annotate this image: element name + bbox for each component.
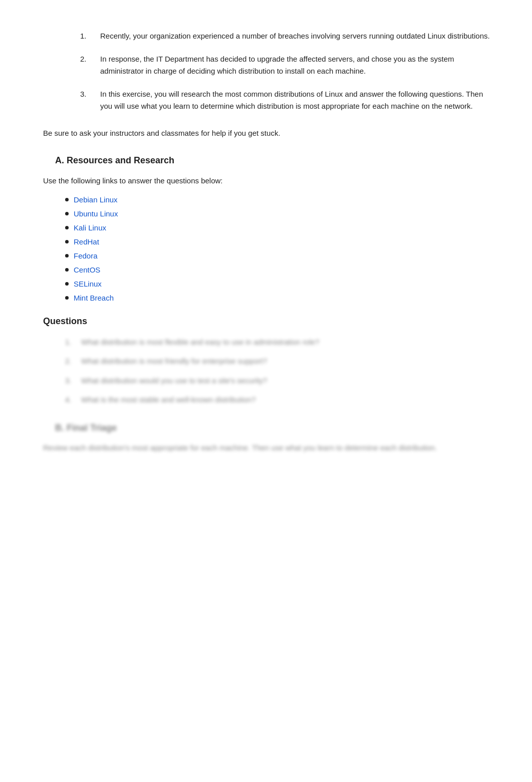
question-item-1: 1. What distribution is most flexible an… bbox=[65, 337, 492, 348]
bullet-dot-7 bbox=[65, 282, 69, 286]
q-num-3: 3. bbox=[65, 375, 75, 387]
list-text-1: Recently, your organization experienced … bbox=[100, 30, 490, 42]
bullet-dot-2 bbox=[65, 212, 69, 215]
section-a-sub-intro: Use the following links to answer the qu… bbox=[43, 175, 492, 187]
question-item-4: 4. What is the most stable and well-know… bbox=[65, 394, 492, 406]
bullet-dot-8 bbox=[65, 296, 69, 300]
link-fedora[interactable]: Fedora bbox=[74, 250, 98, 262]
section-a-heading: A. Resources and Research bbox=[55, 153, 492, 168]
link-selinux[interactable]: SELinux bbox=[74, 278, 102, 290]
blurred-questions-container: 1. What distribution is most flexible an… bbox=[40, 337, 492, 454]
bullet-dot-3 bbox=[65, 226, 69, 229]
question-item-3: 3. What distribution would you use to te… bbox=[65, 375, 492, 387]
question-item-2: 2. What distribution is most friendly fo… bbox=[65, 356, 492, 367]
question-text-2: What distribution is most friendly for e… bbox=[81, 356, 267, 367]
question-text-3: What distribution would you use to test … bbox=[81, 375, 267, 387]
list-item-redhat: RedHat bbox=[65, 236, 492, 248]
intro-list-item-1: 1. Recently, your organization experienc… bbox=[80, 30, 492, 42]
bullet-dot-4 bbox=[65, 240, 69, 243]
question-text-1: What distribution is most flexible and e… bbox=[81, 337, 319, 348]
bullet-dot-5 bbox=[65, 254, 69, 257]
list-item-fedora: Fedora bbox=[65, 250, 492, 262]
link-ubuntu[interactable]: Ubuntu Linux bbox=[74, 208, 118, 220]
list-text-2: In response, the IT Department has decid… bbox=[100, 53, 492, 77]
question-text-4: What is the most stable and well-known d… bbox=[81, 394, 256, 406]
section-b-heading: B. Final Triage bbox=[55, 421, 492, 435]
q-num-2: 2. bbox=[65, 356, 75, 367]
section-b-text: Review each distribution's most appropri… bbox=[43, 442, 492, 454]
list-number-1: 1. bbox=[80, 30, 92, 42]
q-num-1: 1. bbox=[65, 337, 75, 348]
q-num-4: 4. bbox=[65, 394, 75, 406]
list-item-mint: Mint Breach bbox=[65, 292, 492, 304]
link-centos[interactable]: CentOS bbox=[74, 264, 100, 276]
link-debian[interactable]: Debian Linux bbox=[74, 194, 118, 206]
list-item-selinux: SELinux bbox=[65, 278, 492, 290]
list-item-kali: Kali Linux bbox=[65, 222, 492, 234]
list-number-3: 3. bbox=[80, 88, 92, 112]
link-mint[interactable]: Mint Breach bbox=[74, 292, 114, 304]
link-kali[interactable]: Kali Linux bbox=[74, 222, 106, 234]
intro-note: Be sure to ask your instructors and clas… bbox=[40, 127, 492, 139]
link-redhat[interactable]: RedHat bbox=[74, 236, 99, 248]
intro-list-item-2: 2. In response, the IT Department has de… bbox=[80, 53, 492, 77]
intro-list-item-3: 3. In this exercise, you will research t… bbox=[80, 88, 492, 112]
list-item-debian: Debian Linux bbox=[65, 194, 492, 206]
resources-link-list: Debian Linux Ubuntu Linux Kali Linux Red… bbox=[65, 194, 492, 304]
questions-list: 1. What distribution is most flexible an… bbox=[65, 337, 492, 406]
list-item-centos: CentOS bbox=[65, 264, 492, 276]
bullet-dot-6 bbox=[65, 268, 69, 272]
bullet-dot-1 bbox=[65, 198, 69, 201]
list-number-2: 2. bbox=[80, 53, 92, 77]
questions-heading: Questions bbox=[43, 314, 492, 329]
list-item-ubuntu: Ubuntu Linux bbox=[65, 208, 492, 220]
list-text-3: In this exercise, you will research the … bbox=[100, 88, 492, 112]
intro-numbered-list: 1. Recently, your organization experienc… bbox=[80, 30, 492, 112]
